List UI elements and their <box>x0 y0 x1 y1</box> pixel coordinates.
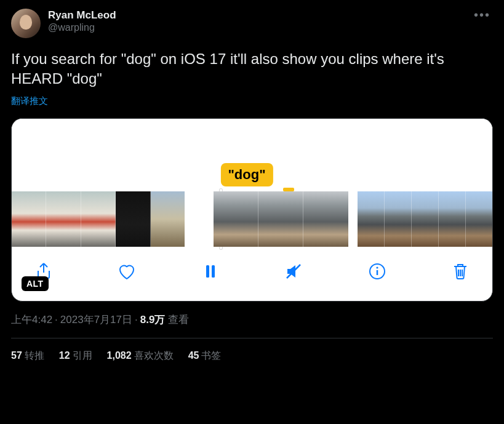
alt-badge[interactable]: ALT <box>22 276 49 291</box>
stat-bookmarks[interactable]: 45书签 <box>188 350 222 362</box>
search-term-highlight: "dog" <box>220 163 273 186</box>
svg-rect-1 <box>212 265 215 278</box>
video-timeline[interactable] <box>12 191 492 247</box>
info-icon[interactable] <box>366 260 388 282</box>
clip-group-2 <box>214 191 348 247</box>
heart-icon[interactable] <box>116 260 138 282</box>
clip-group-3 <box>358 191 492 247</box>
handle: @warpling <box>48 22 464 34</box>
media-header-area: "dog" <box>12 119 492 191</box>
timeline-frame <box>214 191 258 247</box>
timeline-frame <box>358 191 385 247</box>
timeline-frame <box>439 191 466 247</box>
timeline-frame <box>81 191 116 247</box>
translate-link[interactable]: 翻译推文 <box>11 95 493 107</box>
media-toolbar <box>12 247 492 301</box>
timeline-frame <box>151 191 185 247</box>
media-attachment[interactable]: "dog" <box>11 118 493 302</box>
views-count: 8.9万 <box>140 314 166 326</box>
timeline-frame <box>385 191 412 247</box>
mute-icon[interactable] <box>282 260 305 282</box>
clip-group-1 <box>12 191 185 247</box>
stat-likes[interactable]: 1,082喜欢次数 <box>107 350 174 362</box>
svg-rect-0 <box>206 265 209 278</box>
tweet-header: Ryan McLeod @warpling ••• <box>11 9 493 38</box>
pause-icon[interactable] <box>199 260 222 282</box>
timeline-frame <box>258 191 303 247</box>
avatar[interactable] <box>11 9 41 38</box>
timeline-frame <box>12 191 46 247</box>
svg-point-4 <box>376 266 378 268</box>
stat-retweets[interactable]: 57转推 <box>11 350 44 362</box>
more-icon[interactable]: ••• <box>471 9 493 21</box>
author-names[interactable]: Ryan McLeod @warpling <box>48 9 464 34</box>
tweet-time: 上午4:42 <box>11 314 52 326</box>
timeline-frame <box>303 191 348 247</box>
timeline-frame <box>466 191 492 247</box>
timeline-frame <box>46 191 81 247</box>
timeline-frame <box>116 191 150 247</box>
stat-quotes[interactable]: 12引用 <box>59 350 92 362</box>
tweet-container: Ryan McLeod @warpling ••• If you search … <box>0 0 504 362</box>
tweet-meta[interactable]: 上午4:42·2023年7月17日·8.9万 查看 <box>11 313 493 327</box>
tweet-date: 2023年7月17日 <box>60 314 132 326</box>
tweet-stats: 57转推 12引用 1,082喜欢次数 45书签 <box>11 338 493 362</box>
display-name: Ryan McLeod <box>48 9 464 22</box>
views-label: 查看 <box>168 314 189 326</box>
tweet-text: If you search for "dog" on iOS 17 it'll … <box>11 49 493 89</box>
timeline-frame <box>412 191 439 247</box>
trash-icon[interactable] <box>449 260 471 282</box>
